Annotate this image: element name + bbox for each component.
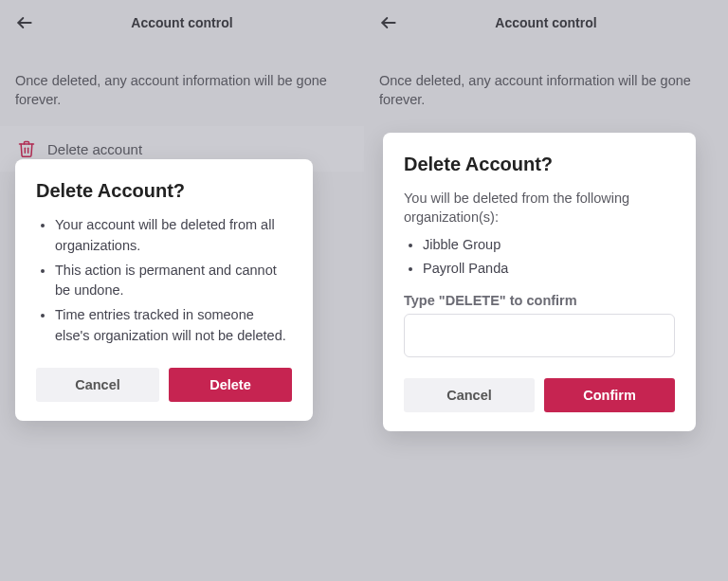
cancel-button[interactable]: Cancel xyxy=(36,368,159,402)
trash-icon xyxy=(17,139,36,158)
delete-dialog-step2: Delete Account? You will be deleted from… xyxy=(383,133,696,431)
topbar: Account control xyxy=(364,0,728,45)
dialog-bullet-3: Time entries tracked in someone else's o… xyxy=(55,305,292,347)
arrow-left-icon xyxy=(379,13,398,32)
confirm-label: Type "DELETE" to confirm xyxy=(404,293,675,308)
dialog-lead: You will be deleted from the following o… xyxy=(404,189,675,227)
org-item-2: Payroll Panda xyxy=(423,259,675,280)
info-text: Once deleted, any account information wi… xyxy=(364,45,728,126)
org-item-1: Jibble Group xyxy=(423,235,675,256)
delete-dialog-step1: Delete Account? Your account will be del… xyxy=(15,159,313,421)
dialog-button-row: Cancel Confirm xyxy=(404,378,675,412)
info-text: Once deleted, any account information wi… xyxy=(0,45,364,126)
back-button[interactable] xyxy=(13,11,36,34)
confirm-button[interactable]: Confirm xyxy=(544,378,675,412)
cancel-button[interactable]: Cancel xyxy=(404,378,535,412)
arrow-left-icon xyxy=(15,13,34,32)
panel-left: Account control Once deleted, any accoun… xyxy=(0,0,364,581)
dialog-org-list: Jibble Group Payroll Panda xyxy=(404,235,675,281)
panel-right: Account control Once deleted, any accoun… xyxy=(364,0,728,581)
topbar: Account control xyxy=(0,0,364,45)
dialog-bullet-2: This action is permanent and cannot be u… xyxy=(55,261,292,302)
dialog-button-row: Cancel Delete xyxy=(36,368,292,402)
back-button[interactable] xyxy=(377,11,400,34)
page-title: Account control xyxy=(400,15,692,30)
dialog-title: Delete Account? xyxy=(404,154,675,175)
dialog-title: Delete Account? xyxy=(36,180,292,202)
page-title: Account control xyxy=(36,15,328,30)
confirm-input[interactable] xyxy=(404,314,675,357)
delete-account-row-label: Delete account xyxy=(47,141,142,157)
delete-button[interactable]: Delete xyxy=(169,368,292,402)
dialog-bullet-1: Your account will be deleted from all or… xyxy=(55,215,292,257)
dialog-warning-list: Your account will be deleted from all or… xyxy=(36,215,292,347)
